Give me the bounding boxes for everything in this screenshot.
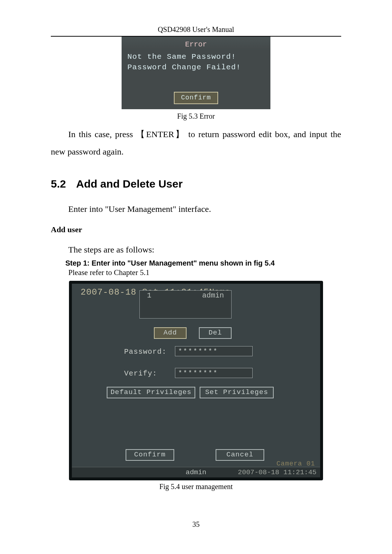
user-list[interactable]: 1 admin (139, 290, 232, 319)
running-header: QSD42908 User's Manual (51, 25, 341, 34)
fig-5-4-caption: Fig 5.4 user management (51, 483, 341, 491)
paragraph-enter-um: Enter into "User Management" interface. (51, 200, 341, 218)
error-line-1: Not the Same Password! (122, 50, 270, 61)
fig-5-3-caption: Fig 5.3 Error (51, 112, 341, 120)
default-privileges-button[interactable]: Default Privileges (107, 387, 195, 398)
step-1: Step 1: Enter into "User Management" men… (51, 259, 341, 267)
user-management-screenshot: 2007-08-18 Sat 11:21:45 Name 1 admin Add… (69, 281, 323, 480)
add-button[interactable]: Add (154, 327, 187, 339)
user-list-no: 1 (147, 291, 151, 300)
section-title: Add and Delete User (76, 178, 183, 190)
verify-input[interactable]: ******** (175, 368, 253, 378)
error-line-2: Password Change Failed! (122, 61, 270, 71)
del-button[interactable]: Del (199, 327, 232, 339)
step-1-ref: Please refer to Chapter 5.1 (51, 268, 341, 277)
steps-intro: The steps are as follows: (51, 241, 341, 258)
verify-label: Verify: (124, 369, 157, 378)
error-confirm-button[interactable]: Confirm (174, 92, 218, 104)
status-time: 2007-08-18 11:21:45 (238, 468, 317, 476)
page-number: 35 (0, 520, 392, 529)
section-number: 5.2 (51, 178, 76, 190)
paragraph-press-enter: In this case, press 【ENTER】 to return pa… (51, 126, 341, 160)
confirm-button[interactable]: Confirm (126, 449, 174, 461)
set-privileges-button[interactable]: Set Privileges (200, 387, 274, 398)
section-heading: 5.2Add and Delete User (51, 178, 341, 190)
add-user-heading: Add user (51, 225, 341, 234)
user-list-name: admin (202, 291, 224, 300)
camera-label: Camera 01 (277, 460, 315, 467)
password-input[interactable]: ******** (175, 346, 253, 356)
status-bar: admin 2007-08-18 11:21:45 (72, 467, 320, 477)
password-label: Password: (124, 348, 167, 356)
error-dialog-screenshot: Error Not the Same Password! Password Ch… (122, 37, 270, 109)
status-user: admin (185, 468, 206, 476)
error-dialog-title: Error (122, 37, 270, 50)
cancel-button[interactable]: Cancel (216, 449, 264, 461)
user-list-row[interactable]: 1 admin (140, 291, 231, 300)
